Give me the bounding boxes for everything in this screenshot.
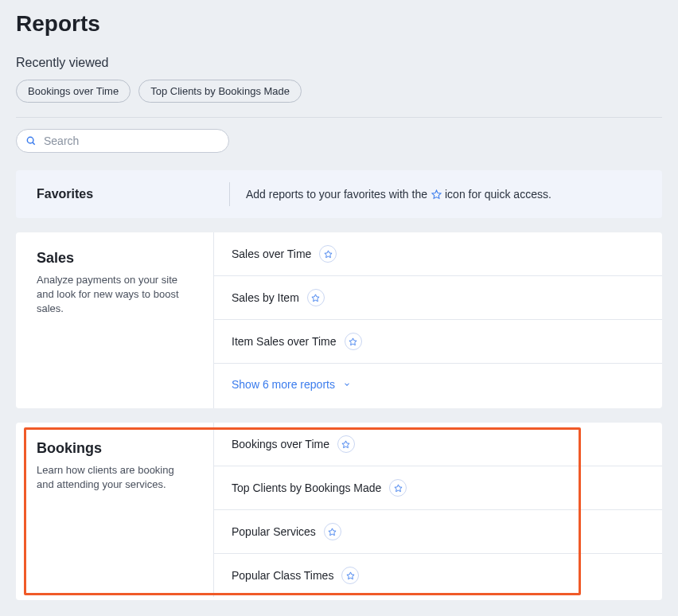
favorites-hint: Add reports to your favorites with the i…: [246, 188, 551, 201]
show-more-button[interactable]: Show 6 more reports: [214, 364, 662, 408]
favorite-toggle[interactable]: [337, 435, 355, 453]
section-sales: Sales Analyze payments on your site and …: [16, 232, 662, 408]
search-input[interactable]: [16, 129, 229, 153]
report-row[interactable]: Item Sales over Time: [214, 320, 662, 364]
favorites-hint-pre: Add reports to your favorites with the: [246, 188, 427, 201]
svg-marker-7: [395, 484, 402, 491]
favorite-toggle[interactable]: [307, 289, 325, 306]
favorites-title: Favorites: [16, 187, 229, 201]
report-row[interactable]: Sales by Item: [214, 276, 662, 320]
report-name: Bookings over Time: [232, 438, 329, 450]
report-row[interactable]: Popular Services: [214, 510, 662, 554]
svg-marker-2: [432, 190, 441, 198]
favorite-toggle[interactable]: [389, 479, 407, 497]
favorite-toggle[interactable]: [345, 333, 362, 350]
favorite-toggle[interactable]: [341, 567, 359, 584]
svg-line-1: [33, 142, 35, 145]
chevron-down-icon: [343, 380, 351, 388]
report-name: Popular Services: [232, 525, 316, 538]
report-row[interactable]: Bookings over Time: [214, 423, 662, 466]
report-row[interactable]: Sales over Time: [214, 232, 662, 276]
star-icon: [431, 189, 442, 200]
svg-marker-4: [312, 294, 319, 301]
section-sales-desc: Analyze payments on your site and look f…: [37, 273, 193, 317]
svg-marker-8: [329, 528, 336, 535]
favorites-hint-post: icon for quick access.: [445, 188, 551, 201]
chip-top-clients-by-bookings[interactable]: Top Clients by Bookings Made: [138, 80, 302, 103]
section-bookings: Bookings Learn how clients are booking a…: [16, 423, 662, 600]
divider: [16, 117, 662, 118]
svg-point-0: [27, 137, 33, 143]
search-field[interactable]: [16, 129, 229, 153]
report-name: Item Sales over Time: [232, 335, 337, 348]
section-bookings-desc: Learn how clients are booking and attend…: [37, 463, 193, 492]
svg-marker-3: [325, 250, 332, 257]
section-bookings-title: Bookings: [37, 440, 193, 457]
favorite-toggle[interactable]: [319, 245, 337, 263]
report-name: Top Clients by Bookings Made: [232, 481, 381, 494]
favorites-divider: [229, 182, 230, 206]
svg-marker-5: [349, 337, 357, 345]
favorite-toggle[interactable]: [324, 523, 341, 540]
svg-marker-9: [347, 571, 354, 579]
recently-viewed-chips: Bookings over Time Top Clients by Bookin…: [16, 80, 662, 103]
section-sales-title: Sales: [37, 250, 193, 267]
report-row[interactable]: Top Clients by Bookings Made: [214, 466, 662, 510]
report-name: Sales over Time: [232, 248, 311, 260]
report-row[interactable]: Popular Class Times: [214, 554, 662, 597]
report-name: Sales by Item: [232, 291, 299, 304]
search-icon: [25, 135, 37, 146]
recently-viewed-label: Recently viewed: [16, 56, 662, 70]
favorites-bar: Favorites Add reports to your favorites …: [16, 170, 662, 218]
chip-bookings-over-time[interactable]: Bookings over Time: [16, 80, 131, 103]
report-name: Popular Class Times: [232, 569, 333, 582]
page-title: Reports: [16, 11, 662, 37]
svg-marker-6: [342, 440, 349, 447]
show-more-label: Show 6 more reports: [232, 378, 335, 391]
